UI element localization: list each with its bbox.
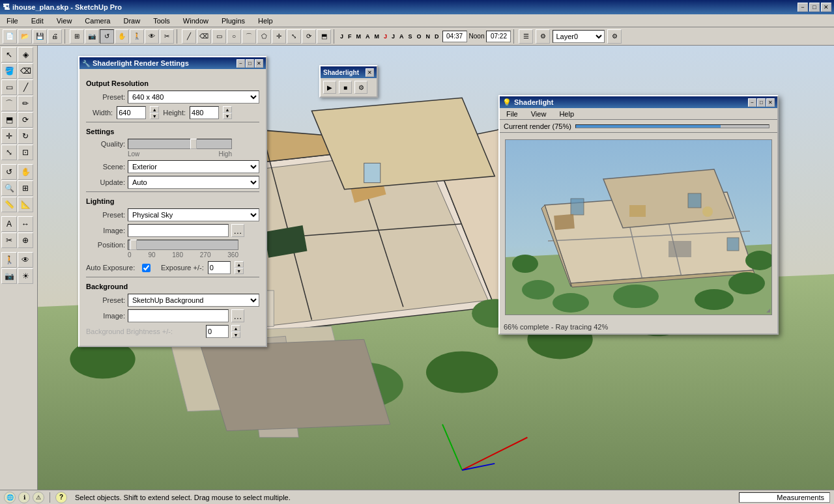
move-tool[interactable]: ✛: [1, 128, 17, 144]
month-F[interactable]: F: [347, 33, 353, 40]
rotate-tool[interactable]: ↻: [18, 128, 33, 144]
layer-settings[interactable]: ⚙: [536, 29, 550, 44]
preset-select[interactable]: 640 x 480 800 x 600 1024 x 768 Custom: [128, 91, 259, 104]
extra-tool[interactable]: ⊕: [18, 232, 33, 248]
shaderlight-toolbar-close[interactable]: ✕: [366, 68, 374, 77]
height-up[interactable]: ▲: [223, 106, 232, 113]
look-tool[interactable]: 👁: [18, 252, 33, 268]
scene-select[interactable]: Exterior Interior Custom: [128, 160, 259, 173]
month-J3[interactable]: J: [390, 33, 396, 40]
maximize-button[interactable]: □: [809, 3, 820, 12]
print-button[interactable]: 🖨: [48, 29, 62, 44]
follow-tool[interactable]: ⟳: [18, 112, 33, 128]
dim-tool[interactable]: ↔: [18, 216, 33, 232]
render-menu-file[interactable]: File: [502, 109, 522, 119]
rectangle-tool[interactable]: ▭: [1, 79, 17, 95]
pan-tool[interactable]: ✋: [18, 164, 33, 180]
close-button[interactable]: ✕: [821, 3, 831, 12]
sl-play-btn[interactable]: ▶: [323, 81, 336, 94]
height-down[interactable]: ▼: [223, 113, 232, 119]
auto-exposure-checkbox[interactable]: [142, 264, 151, 272]
tape-tool[interactable]: 📏: [1, 197, 17, 212]
push-pull-tool[interactable]: ⬒: [1, 112, 17, 128]
month-N[interactable]: N: [425, 33, 432, 40]
open-button[interactable]: 📂: [18, 29, 32, 44]
bg-preset-select[interactable]: SketchUp Background Custom None: [128, 294, 259, 307]
bg-image-input[interactable]: [128, 309, 229, 322]
render-win-minimize[interactable]: −: [748, 98, 756, 107]
walk-tool[interactable]: 🚶: [1, 252, 17, 268]
bg-brightness-spinner[interactable]: ▲ ▼: [231, 325, 240, 338]
rotate-button[interactable]: ⟳: [302, 29, 316, 44]
exposure-input[interactable]: 0: [208, 261, 231, 274]
polygon-button[interactable]: ⬠: [257, 29, 271, 44]
sun-tool[interactable]: ☀: [18, 268, 33, 284]
protractor-tool[interactable]: 📐: [18, 197, 33, 212]
walk-button[interactable]: 🚶: [130, 29, 144, 44]
section-button[interactable]: ✂: [160, 29, 174, 44]
render-win-close[interactable]: ✕: [766, 98, 775, 107]
section-tool[interactable]: ✂: [1, 232, 17, 248]
paint-tool[interactable]: 🪣: [1, 63, 17, 79]
width-down[interactable]: ▼: [150, 113, 159, 119]
bg-bright-down[interactable]: ▼: [231, 331, 240, 338]
sl-stop-btn[interactable]: ■: [339, 81, 352, 94]
eraser-tool[interactable]: ⌫: [18, 63, 33, 79]
render-settings-close[interactable]: ✕: [255, 59, 263, 68]
position-track[interactable]: [128, 240, 238, 250]
render-menu-view[interactable]: View: [527, 109, 551, 119]
menu-draw[interactable]: Draw: [119, 16, 144, 26]
width-input[interactable]: 640: [117, 106, 146, 119]
layer-select[interactable]: Layer0: [553, 30, 605, 43]
sl-settings-btn[interactable]: ⚙: [354, 81, 367, 94]
month-O[interactable]: O: [416, 33, 423, 40]
month-A2[interactable]: A: [398, 33, 405, 40]
freehand-tool[interactable]: ✏: [18, 96, 33, 111]
move-button[interactable]: ✛: [272, 29, 286, 44]
lighting-image-input[interactable]: [128, 224, 229, 237]
layer-icon[interactable]: ☰: [519, 29, 533, 44]
update-select[interactable]: Auto Manual: [128, 176, 259, 189]
menu-help[interactable]: Help: [254, 16, 277, 26]
pan-button[interactable]: ✋: [115, 29, 129, 44]
warning-icon[interactable]: ⚠: [33, 492, 44, 503]
position-cam-tool[interactable]: 📷: [1, 268, 17, 284]
menu-plugins[interactable]: Plugins: [218, 16, 249, 26]
circle-button[interactable]: ○: [227, 29, 241, 44]
select-tool[interactable]: ↖: [1, 47, 17, 63]
text-tool[interactable]: A: [1, 216, 17, 232]
scale-tool[interactable]: ⤡: [1, 145, 17, 160]
zoom-tool[interactable]: 🔍: [1, 180, 17, 196]
menu-camera[interactable]: Camera: [81, 16, 114, 26]
arc-tool[interactable]: ⌒: [1, 96, 17, 111]
render-resize-handle[interactable]: ◢: [766, 307, 770, 313]
month-S[interactable]: S: [407, 33, 414, 40]
month-J2[interactable]: J: [382, 33, 388, 40]
bg-image-browse[interactable]: …: [231, 309, 244, 322]
time-input-1[interactable]: 04:37: [442, 31, 467, 42]
lighting-preset-select[interactable]: Physical Sky Artificial Custom: [128, 208, 259, 221]
zoom-extents-button[interactable]: ⊞: [70, 29, 84, 44]
new-button[interactable]: 📄: [3, 29, 17, 44]
save-button[interactable]: 💾: [33, 29, 47, 44]
line-tool[interactable]: ╱: [18, 79, 33, 95]
lighting-image-browse[interactable]: …: [231, 224, 244, 237]
minimize-button[interactable]: −: [798, 3, 808, 12]
scale-button[interactable]: ⤡: [287, 29, 301, 44]
width-up[interactable]: ▲: [150, 106, 159, 113]
push-button[interactable]: ⬒: [317, 29, 331, 44]
look-button[interactable]: 👁: [145, 29, 159, 44]
month-D[interactable]: D: [433, 33, 440, 40]
exp-up[interactable]: ▲: [235, 261, 244, 268]
component-tool[interactable]: ◈: [18, 47, 33, 63]
month-M2[interactable]: M: [373, 33, 381, 40]
line-button[interactable]: ╱: [182, 29, 196, 44]
month-A[interactable]: A: [364, 33, 371, 40]
geo-icon[interactable]: 🌐: [4, 492, 16, 503]
height-input[interactable]: 480: [190, 106, 219, 119]
render-win-maximize[interactable]: □: [757, 98, 766, 107]
position-thumb[interactable]: [130, 240, 137, 250]
bg-bright-up[interactable]: ▲: [231, 325, 240, 331]
offset-tool[interactable]: ⊡: [18, 145, 33, 160]
render-menu-help[interactable]: Help: [555, 109, 578, 119]
